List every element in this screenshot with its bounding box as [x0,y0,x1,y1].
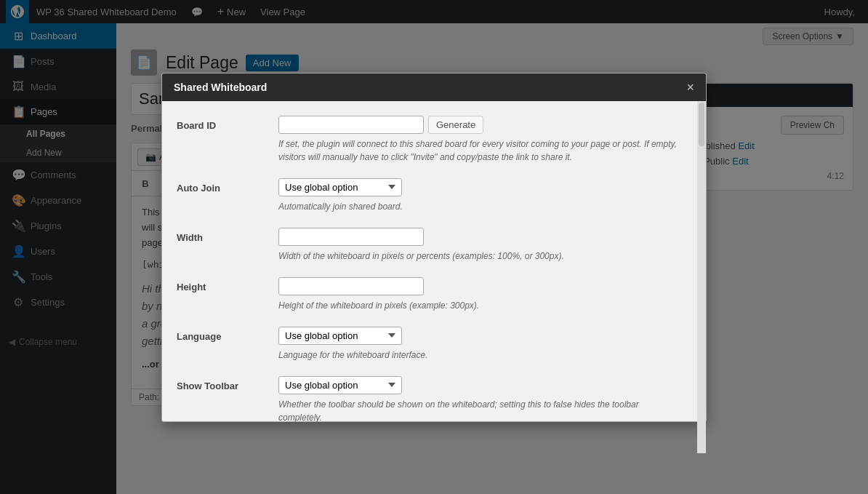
board-id-input[interactable] [278,116,424,134]
language-help: Language for the whiteboard interface. [278,348,683,362]
auto-join-field: Use global option Yes No Automatically j… [278,178,683,213]
height-label: Height [177,277,264,292]
show-toolbar-label: Show Toolbar [177,376,264,391]
board-id-label: Board ID [177,116,264,131]
language-row: Language Use global option English Frenc… [177,327,683,362]
modal-header: Shared Whiteboard × [162,73,706,101]
modal-content-row: Board ID Generate If set, the plugin wil… [162,101,706,453]
height-row: Height Height of the whiteboard in pixel… [177,277,683,312]
height-input[interactable] [278,277,424,295]
board-id-help: If set, the plugin will connect to this … [278,138,683,164]
shared-whiteboard-modal: Shared Whiteboard × Board ID Generate If… [161,73,707,422]
auto-join-row: Auto Join Use global option Yes No Autom… [177,178,683,213]
modal-close-btn[interactable]: × [686,81,694,94]
show-toolbar-select[interactable]: Use global option Yes No [278,376,402,394]
height-help: Height of the whiteboard in pixels (exam… [278,299,683,312]
modal-body: Board ID Generate If set, the plugin wil… [162,101,697,453]
language-label: Language [177,327,264,342]
modal-title: Shared Whiteboard [174,81,267,93]
auto-join-help: Automatically join shared board. [278,200,683,213]
modal-overlay[interactable]: Shared Whiteboard × Board ID Generate If… [0,0,868,494]
width-row: Width Width of the whiteboard in pixels … [177,228,683,263]
height-field: Height of the whiteboard in pixels (exam… [278,277,683,312]
show-toolbar-help: Whether the toolbar should be shown on t… [278,398,683,424]
auto-join-label: Auto Join [177,178,264,194]
width-field: Width of the whiteboard in pixels or per… [278,228,683,263]
width-help: Width of the whiteboard in pixels or per… [278,250,683,263]
auto-join-select[interactable]: Use global option Yes No [278,178,402,196]
board-id-field: Generate If set, the plugin will connect… [278,116,683,164]
language-select[interactable]: Use global option English French German [278,327,402,345]
language-field: Use global option English French German … [278,327,683,362]
show-toolbar-field: Use global option Yes No Whether the too… [278,376,683,424]
board-id-input-row: Generate [278,116,683,134]
show-toolbar-row: Show Toolbar Use global option Yes No Wh… [177,376,683,424]
generate-btn[interactable]: Generate [428,116,483,134]
width-input[interactable] [278,228,424,246]
scrollbar-thumb [699,103,704,146]
board-id-row: Board ID Generate If set, the plugin wil… [177,116,683,164]
modal-scrollbar[interactable] [697,101,706,453]
width-label: Width [177,228,264,243]
